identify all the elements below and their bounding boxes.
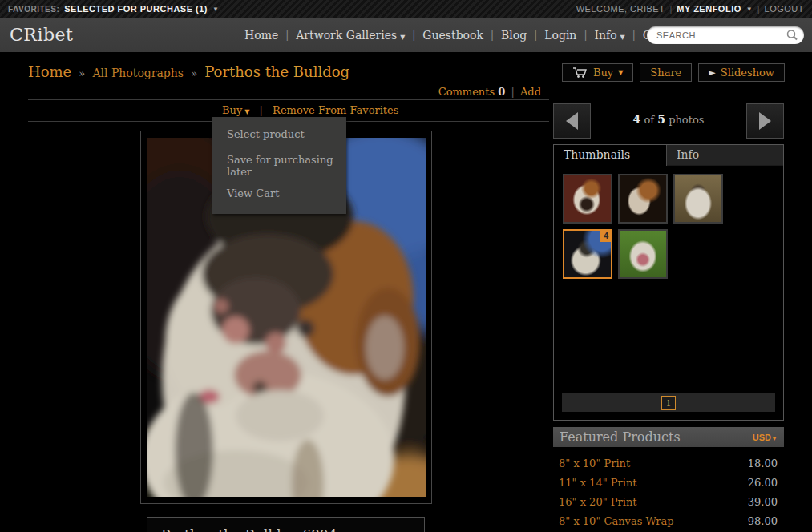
account-topbar: FAVORITES: SELECTED FOR PURCHASE (1) ▼ W… — [0, 0, 812, 18]
nav-home[interactable]: Home — [237, 29, 285, 42]
product-link[interactable]: 11" x 14" Print — [559, 477, 637, 489]
comments-link[interactable]: Comments — [438, 86, 495, 98]
photo-action-row: Buy▼ | Remove From Favorites — [222, 104, 398, 116]
breadcrumb: Home » All Photographs » Porthos the Bul… — [28, 63, 349, 80]
chevron-down-icon[interactable]: ▼ — [212, 6, 219, 13]
previous-photo-button[interactable] — [553, 103, 591, 139]
counter-of: of — [644, 114, 654, 126]
product-price: 39.00 — [748, 496, 778, 508]
thumbnail-grid: 4 — [563, 174, 778, 279]
total-photo-count: 5 — [657, 113, 665, 126]
menu-divider — [219, 147, 340, 147]
pagination-page-1[interactable]: 1 — [661, 396, 676, 410]
slideshow-button[interactable]: ► Slideshow — [698, 63, 785, 82]
product-link[interactable]: 8" x 10" Print — [559, 457, 630, 470]
counter-unit: photos — [669, 114, 704, 126]
product-link[interactable]: 8" x 10" Canvas Wrap — [559, 515, 674, 527]
currency-selector[interactable]: USD▼ — [753, 433, 778, 442]
next-photo-button[interactable] — [746, 103, 784, 139]
search-icon[interactable] — [785, 28, 799, 42]
chevron-down-icon[interactable]: ▼ — [244, 108, 249, 115]
nav-login[interactable]: Login — [537, 29, 584, 42]
photo-counter: 4 of 5 photos — [591, 113, 746, 126]
comments-row: Comments 0 | Add — [28, 86, 541, 98]
product-row: 11" x 14" Print 26.00 — [553, 473, 784, 492]
buy-button-label: Buy — [593, 66, 613, 79]
breadcrumb-separator: » — [75, 67, 88, 79]
breadcrumb-home-link[interactable]: Home — [28, 63, 71, 80]
thumbnail-5[interactable] — [618, 229, 668, 279]
menu-item-save-for-later[interactable]: Save for purchasing later — [212, 149, 346, 183]
favorites-label: FAVORITES: — [8, 5, 59, 14]
site-header: CRibet Home | Artwork Galleries▼ | Guest… — [0, 18, 812, 52]
product-link[interactable]: 16" x 20" Print — [559, 496, 637, 508]
thumbnails-panel: Thumbnails Info 4 1 — [553, 144, 784, 421]
buy-dropdown-link[interactable]: Buy — [222, 104, 242, 116]
buy-dropdown-menu: Select product Save for purchasing later… — [212, 117, 346, 214]
chevron-down-icon: ▼ — [620, 34, 625, 41]
search-input[interactable] — [656, 30, 785, 40]
share-button[interactable]: Share — [640, 63, 692, 82]
thumbnail-2[interactable] — [618, 174, 668, 224]
comments-count: 0 — [498, 86, 505, 98]
welcome-text: WELCOME, CRIBET — [576, 4, 665, 14]
thumbnail-4-selected[interactable]: 4 — [563, 229, 612, 279]
product-price: 26.00 — [748, 477, 778, 489]
featured-products-list: 8" x 10" Print 18.00 11" x 14" Print 26.… — [553, 453, 784, 530]
separator: | — [757, 4, 760, 14]
separator: | — [669, 4, 672, 14]
chevron-down-icon: ▼ — [618, 69, 623, 76]
product-row: 16" x 20" Print 39.00 — [553, 492, 784, 511]
separator: | — [253, 104, 269, 116]
chevron-down-icon[interactable]: ▼ — [746, 6, 753, 13]
chevron-down-icon: ▼ — [771, 435, 778, 442]
thumbnail-pagination-bar: 1 — [562, 393, 775, 412]
thumbnail-1[interactable] — [563, 174, 612, 224]
featured-products-title: Featured Products — [560, 429, 681, 445]
share-button-label: Share — [650, 66, 681, 79]
product-row: 8" x 10" Canvas Wrap 98.00 — [553, 511, 784, 530]
page-title: Porthos the Bulldog — [204, 63, 349, 80]
search-box — [647, 26, 804, 44]
tab-thumbnails[interactable]: Thumbnails — [554, 145, 667, 166]
featured-products-header: Featured Products USD▼ — [553, 427, 784, 447]
menu-item-select-product[interactable]: Select product — [212, 123, 346, 145]
product-price: 18.00 — [748, 457, 778, 470]
remove-from-favorites-link[interactable]: Remove From Favorites — [273, 104, 398, 116]
nav-info[interactable]: Info▼ — [587, 29, 632, 42]
panel-tabbar: Thumbnails Info — [554, 145, 783, 166]
logout-link[interactable]: LOGOUT — [765, 4, 804, 14]
arrow-left-icon — [566, 112, 578, 130]
cart-icon — [572, 66, 588, 79]
slideshow-button-label: Slideshow — [721, 66, 774, 79]
menu-item-view-cart[interactable]: View Cart — [212, 183, 346, 204]
nav-artwork-galleries[interactable]: Artwork Galleries▼ — [289, 29, 412, 42]
product-row: 8" x 10" Print 18.00 — [553, 453, 784, 473]
selected-thumbnail-badge: 4 — [600, 229, 612, 242]
chevron-down-icon: ▼ — [400, 34, 405, 41]
play-icon: ► — [709, 67, 715, 78]
photo-caption: Porthos the Bulldog 6804a — [147, 517, 425, 532]
my-zenfolio-link[interactable]: MY ZENFOLIO — [677, 4, 741, 14]
divider — [28, 99, 549, 100]
product-price: 98.00 — [748, 515, 778, 527]
breadcrumb-gallery-link[interactable]: All Photographs — [92, 66, 184, 79]
nav-blog[interactable]: Blog — [494, 29, 534, 42]
breadcrumb-separator: » — [188, 67, 200, 79]
favorites-selected-link[interactable]: SELECTED FOR PURCHASE (1) — [64, 4, 208, 14]
page: FAVORITES: SELECTED FOR PURCHASE (1) ▼ W… — [0, 0, 812, 532]
separator: | — [508, 86, 516, 98]
current-photo-number: 4 — [633, 113, 641, 126]
nav-guestbook[interactable]: Guestbook — [415, 29, 491, 42]
photo-toolbar: Buy ▼ Share ► Slideshow — [562, 63, 785, 82]
add-comment-link[interactable]: Add — [520, 86, 541, 98]
buy-button[interactable]: Buy ▼ — [562, 63, 633, 82]
tab-info[interactable]: Info — [667, 145, 783, 166]
thumbnail-3[interactable] — [673, 174, 723, 224]
site-logo[interactable]: CRibet — [10, 25, 73, 45]
arrow-right-icon — [759, 112, 771, 130]
